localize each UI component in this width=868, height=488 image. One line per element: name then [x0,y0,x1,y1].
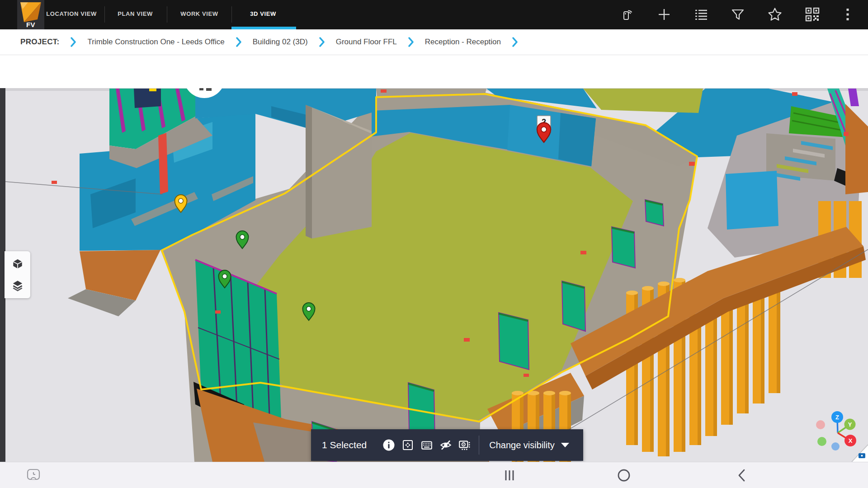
tab-label: LOCATION VIEW [46,10,97,17]
cube-solid-icon [11,258,24,270]
list-icon[interactable] [692,5,710,23]
tab-plan-view[interactable]: PLAN VIEW [111,0,159,27]
tab-3d-view[interactable]: 3D VIEW [238,0,288,27]
tab-work-view[interactable]: WORK VIEW [175,0,224,27]
layers-button[interactable] [9,277,27,295]
star-icon[interactable] [766,5,784,23]
layers-icon [11,279,24,292]
app-logo[interactable]: FV [17,0,44,29]
filter-icon[interactable] [729,5,747,23]
app-window: FV LOCATION VIEW PLAN VIEW WORK VIEW 3D … [0,0,868,488]
chevron-right-icon [512,37,518,47]
hide-element-button[interactable] [436,436,455,455]
left-tools-panel [5,251,30,298]
overflow-menu-icon[interactable] [840,5,856,23]
chevron-right-icon [236,37,242,47]
selection-bar: 1 Selected Change visibility [311,429,583,461]
recent-apps-button[interactable] [499,462,520,488]
grid-button[interactable] [417,436,436,455]
eye-off-icon [439,438,453,452]
appearance-icon [458,438,472,452]
selection-count: 1 Selected [322,440,367,450]
info-button[interactable] [379,436,398,455]
model-tree-button[interactable] [9,255,27,273]
breadcrumb: PROJECT: Trimble Construction One - Leed… [0,29,868,55]
tab-location-view[interactable]: LOCATION VIEW [44,0,99,27]
view-toolbar [0,55,868,88]
info-icon [382,439,395,451]
chevron-right-icon [408,37,414,47]
axis-z-label: Z [835,414,839,421]
change-appearance-button[interactable] [455,436,474,455]
axis-negative-x[interactable] [816,420,825,429]
breadcrumb-item-building[interactable]: Building 02 (3D) [253,38,308,47]
add-icon[interactable] [655,5,673,23]
axis-x-label: X [849,437,853,444]
tab-separator [167,6,167,23]
caret-down-icon[interactable] [561,443,569,447]
chevron-right-icon [70,37,76,47]
breadcrumb-project-label: PROJECT: [20,38,59,47]
logo-text: FV [17,21,44,28]
tab-label: PLAN VIEW [118,10,153,17]
breadcrumb-item-project[interactable]: Trimble Construction One - Leeds Office [87,38,224,47]
top-app-bar: FV LOCATION VIEW PLAN VIEW WORK VIEW 3D … [0,0,868,29]
home-button[interactable] [613,462,635,488]
device-sync-icon[interactable] [617,5,635,23]
breadcrumb-item-floor[interactable]: Ground Floor FFL [336,38,397,47]
grid-icon [420,439,433,451]
fit-view-icon [401,439,414,451]
chevron-right-icon [319,37,325,47]
tab-label: 3D VIEW [250,10,276,17]
3d-viewport[interactable]: 2 Z Y X [0,88,868,462]
axis-negative-y[interactable] [817,437,826,446]
tab-separator [231,6,232,23]
axis-y-label: Y [848,421,852,428]
fit-to-view-button[interactable] [398,436,417,455]
back-button[interactable] [731,462,752,488]
tab-separator [104,6,105,23]
axis-negative-z[interactable] [831,442,840,450]
tab-label: WORK VIEW [180,10,218,17]
qr-scan-icon[interactable] [803,5,821,23]
breadcrumb-item-room[interactable]: Reception - Reception [425,38,501,47]
system-navbar [0,462,868,488]
screenshot-tool-icon[interactable] [22,462,45,488]
change-visibility-button[interactable]: Change visibility [489,440,555,450]
selection-bar-separator [479,436,479,455]
3d-model-canvas[interactable]: 2 Z Y X [0,88,868,462]
